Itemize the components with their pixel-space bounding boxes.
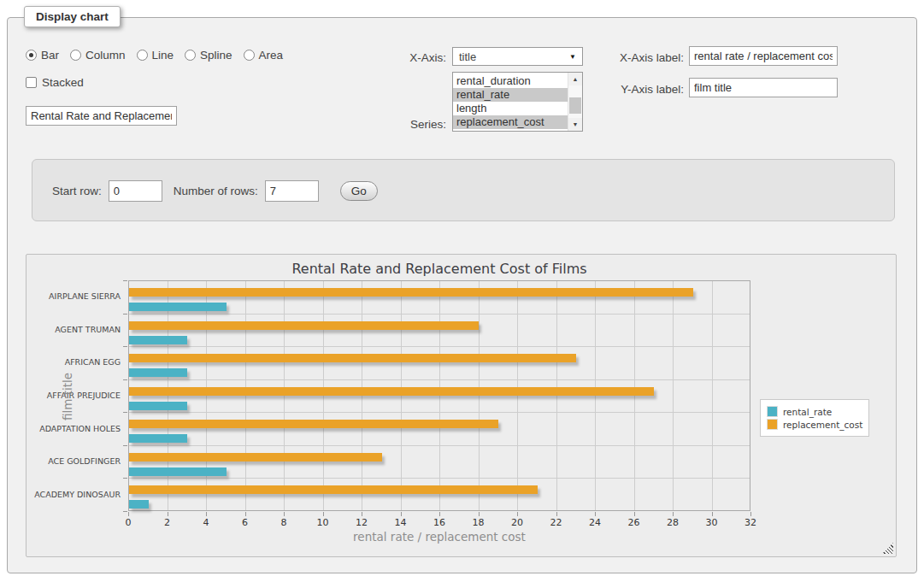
- legend-swatch-rental_rate: [767, 406, 778, 417]
- x-tick-label: 26: [628, 517, 640, 528]
- legend-swatch-replacement_cost: [767, 419, 778, 430]
- x-tick-mark: [517, 512, 518, 516]
- x-tick-mark: [168, 512, 168, 516]
- y-tick-mark: [123, 445, 127, 446]
- x-tick-label: 16: [433, 517, 445, 528]
- x-axis-select-label: X-Axis:: [385, 51, 446, 64]
- series-options: rental_durationrental_ratelengthreplacem…: [453, 73, 568, 131]
- legend-label: replacement_cost: [783, 420, 862, 430]
- y-axis-category-label: AFFAIR PREJUDICE: [28, 391, 121, 401]
- y-tick-mark: [123, 511, 127, 512]
- x-tick-label: 10: [317, 517, 329, 528]
- radio-icon[interactable]: [26, 50, 37, 61]
- x-tick-mark: [479, 512, 480, 516]
- y-axis-category-label: AFRICAN EGG: [28, 357, 121, 367]
- scroll-down-icon[interactable]: ▼: [568, 118, 582, 131]
- radio-icon[interactable]: [185, 50, 196, 61]
- x-tick-label: 20: [511, 517, 523, 528]
- x-tick-mark: [401, 512, 402, 516]
- stacked-label: Stacked: [42, 76, 84, 89]
- radio-option-line[interactable]: Line: [137, 49, 174, 62]
- x-tick-mark: [323, 512, 324, 516]
- series-option-length[interactable]: length: [453, 102, 568, 115]
- y-axis-label-field-label: Y-Axis label:: [605, 83, 684, 96]
- x-tick-label: 12: [356, 517, 368, 528]
- bar-replacement_cost: [129, 288, 693, 297]
- radio-option-spline[interactable]: Spline: [185, 49, 232, 62]
- x-tick-label: 18: [473, 517, 485, 528]
- x-tick-mark: [712, 512, 713, 516]
- row-controls: Start row: Number of rows: Go: [52, 180, 378, 202]
- radio-icon[interactable]: [70, 50, 81, 61]
- x-tick-label: 4: [203, 517, 209, 528]
- series-option-rental_rate[interactable]: rental_rate: [453, 88, 568, 102]
- series-option-replacement_cost[interactable]: replacement_cost: [453, 115, 568, 129]
- bar-rental_rate: [129, 500, 149, 509]
- y-axis-category-label: ADAPTATION HOLES: [28, 424, 121, 434]
- x-axis-selected-value: title: [459, 50, 476, 63]
- y-tick-mark: [123, 314, 127, 315]
- go-button[interactable]: Go: [340, 181, 378, 201]
- radio-label: Line: [152, 49, 174, 62]
- y-tick-mark: [123, 478, 127, 479]
- chart-title-input[interactable]: [26, 106, 177, 126]
- radio-option-bar[interactable]: Bar: [26, 49, 59, 62]
- start-row-input[interactable]: [109, 180, 162, 202]
- x-tick-mark: [245, 512, 246, 516]
- y-axis-label-input[interactable]: [689, 78, 838, 97]
- y-axis-title: film title: [61, 345, 74, 448]
- x-tick-label: 28: [667, 517, 679, 528]
- x-tick-label: 32: [744, 517, 756, 528]
- x-tick-mark: [284, 512, 285, 516]
- page: Display chart BarColumnLineSplineArea St…: [0, 0, 924, 582]
- scrollbar-thumb[interactable]: [569, 97, 581, 113]
- scroll-up-icon[interactable]: ▲: [568, 73, 582, 85]
- legend-label: rental_rate: [783, 407, 832, 417]
- series-option-rental_duration[interactable]: rental_duration: [453, 74, 568, 88]
- x-tick-label: 30: [706, 517, 718, 528]
- x-tick-mark: [634, 512, 635, 516]
- bar-rental_rate: [129, 368, 187, 377]
- number-of-rows-label: Number of rows:: [174, 185, 258, 197]
- x-tick-label: 22: [550, 517, 562, 528]
- radio-icon[interactable]: [137, 50, 148, 61]
- y-tick-mark: [123, 379, 127, 380]
- radio-option-column[interactable]: Column: [70, 49, 126, 62]
- stacked-checkbox[interactable]: [26, 77, 37, 88]
- x-axis-title: rental rate / replacement cost: [128, 530, 750, 544]
- bar-rental_rate: [129, 467, 227, 476]
- stacked-option[interactable]: Stacked: [26, 76, 84, 89]
- x-axis-select[interactable]: title ▼: [452, 47, 583, 66]
- y-axis-category-label: AIRPLANE SIERRA: [28, 291, 121, 302]
- bar-replacement_cost: [129, 354, 576, 362]
- x-tick-mark: [439, 512, 440, 516]
- x-tick-mark: [206, 512, 207, 516]
- number-of-rows-input[interactable]: [265, 180, 319, 202]
- legend-item: rental_rate: [767, 406, 862, 417]
- bar-replacement_cost: [129, 321, 479, 330]
- radio-option-area[interactable]: Area: [244, 49, 284, 62]
- series-listbox[interactable]: rental_durationrental_ratelengthreplacem…: [452, 72, 583, 132]
- radio-icon[interactable]: [244, 50, 255, 61]
- x-tick-mark: [128, 512, 129, 516]
- y-axis-category-label: AGENT TRUMAN: [28, 325, 121, 335]
- resize-handle-icon[interactable]: [882, 543, 893, 554]
- x-axis-label-input[interactable]: [689, 46, 838, 66]
- y-axis-category-label: ACE GOLDFINGER: [28, 456, 121, 467]
- chart-legend: rental_ratereplacement_cost: [760, 399, 869, 437]
- bar-replacement_cost: [129, 485, 538, 494]
- chart-title: Rental Rate and Replacement Cost of Film…: [128, 261, 750, 277]
- fieldset-legend: Display chart: [24, 6, 121, 27]
- x-tick-mark: [362, 512, 362, 516]
- x-tick-label: 6: [242, 517, 248, 528]
- x-tick-label: 2: [164, 517, 170, 528]
- x-tick-mark: [556, 512, 557, 516]
- series-scrollbar[interactable]: ▲ ▼: [568, 73, 582, 131]
- chart-container: Rental Rate and Replacement Cost of Film…: [26, 254, 897, 557]
- x-tick-label: 24: [589, 517, 601, 528]
- scrollbar-track[interactable]: [568, 85, 582, 118]
- x-tick-label: 0: [126, 517, 132, 528]
- bar-replacement_cost: [129, 387, 654, 396]
- x-tick-label: 14: [395, 517, 407, 528]
- x-tick-label: 8: [281, 517, 287, 528]
